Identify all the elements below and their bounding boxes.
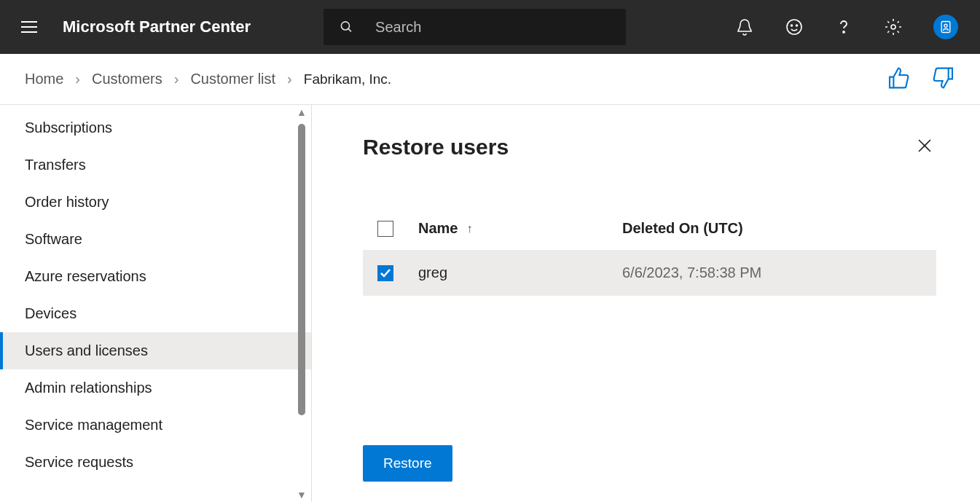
- header-icons: [735, 15, 965, 39]
- sidebar: Subscriptions Transfers Order history So…: [0, 105, 312, 502]
- svg-point-5: [787, 20, 801, 34]
- breadcrumb-bar: Home › Customers › Customer list › Fabri…: [0, 54, 980, 105]
- table-header: Name ↑ Deleted On (UTC): [363, 211, 936, 250]
- person-badge-icon: [938, 20, 953, 34]
- thumbs-up-button[interactable]: [887, 66, 910, 93]
- breadcrumb: Home › Customers › Customer list › Fabri…: [25, 71, 391, 87]
- select-all-checkbox[interactable]: [377, 221, 393, 237]
- chevron-right-icon: ›: [174, 71, 179, 87]
- feedback-button[interactable]: [785, 17, 804, 36]
- svg-line-4: [348, 28, 351, 31]
- checkmark-icon: [380, 267, 391, 279]
- column-name-label: Name: [418, 220, 458, 237]
- svg-point-7: [796, 25, 798, 26]
- gear-icon: [885, 18, 902, 36]
- search-input[interactable]: [375, 19, 610, 36]
- thumbs-down-icon: [932, 66, 955, 90]
- users-table: Name ↑ Deleted On (UTC) greg 6/6/2023, 7…: [363, 211, 936, 296]
- question-icon: [835, 18, 852, 36]
- page-title: Restore users: [363, 135, 509, 160]
- sidebar-item-admin-relationships[interactable]: Admin relationships: [0, 369, 311, 407]
- thumbs-down-button[interactable]: [932, 66, 955, 93]
- hamburger-menu-button[interactable]: [15, 12, 44, 42]
- scroll-down-arrow[interactable]: ▼: [297, 487, 307, 502]
- sidebar-item-devices[interactable]: Devices: [0, 295, 311, 332]
- hamburger-icon: [21, 20, 37, 34]
- header: Microsoft Partner Center: [0, 0, 980, 54]
- feedback-icons: [887, 66, 955, 93]
- sidebar-item-order-history[interactable]: Order history: [0, 184, 311, 221]
- scroll-up-arrow[interactable]: ▲: [297, 105, 307, 119]
- row-checkbox[interactable]: [377, 265, 393, 281]
- search-box[interactable]: [324, 9, 626, 45]
- app-title: Microsoft Partner Center: [63, 17, 251, 36]
- sidebar-item-users-licenses[interactable]: Users and licenses: [0, 332, 311, 369]
- breadcrumb-customer-list[interactable]: Customer list: [190, 71, 275, 87]
- restore-button[interactable]: Restore: [363, 445, 452, 482]
- svg-point-8: [843, 31, 844, 33]
- sidebar-item-transfers[interactable]: Transfers: [0, 146, 311, 184]
- smiley-icon: [785, 18, 803, 36]
- close-icon: [917, 138, 932, 153]
- chevron-right-icon: ›: [287, 71, 292, 87]
- row-checkbox-cell: [377, 265, 418, 281]
- svg-point-6: [791, 25, 793, 26]
- breadcrumb-home[interactable]: Home: [25, 71, 63, 87]
- row-name-cell: greg: [418, 264, 622, 281]
- sidebar-item-azure-reservations[interactable]: Azure reservations: [0, 258, 311, 295]
- content: Subscriptions Transfers Order history So…: [0, 105, 980, 502]
- chevron-right-icon: ›: [75, 71, 80, 87]
- table-row[interactable]: greg 6/6/2023, 7:58:38 PM: [363, 250, 936, 296]
- bell-icon: [736, 18, 753, 36]
- breadcrumb-current: Fabrikam, Inc.: [304, 71, 391, 87]
- select-all-cell: [377, 221, 418, 237]
- scroll-thumb[interactable]: [298, 124, 305, 415]
- main-header: Restore users: [363, 134, 936, 160]
- column-header-name[interactable]: Name ↑: [418, 220, 622, 237]
- column-header-deleted-on[interactable]: Deleted On (UTC): [622, 220, 936, 237]
- thumbs-up-icon: [887, 66, 910, 90]
- sidebar-items: Subscriptions Transfers Order history So…: [0, 109, 311, 481]
- scrollbar: ▲ ▼: [295, 105, 308, 502]
- sort-ascending-icon: ↑: [466, 222, 472, 235]
- breadcrumb-customers[interactable]: Customers: [92, 71, 162, 87]
- svg-point-3: [341, 22, 349, 30]
- search-icon: [340, 19, 353, 35]
- main-panel: Restore users Name ↑ Deleted On (UTC): [312, 105, 980, 502]
- close-button[interactable]: [913, 134, 936, 160]
- sidebar-item-subscriptions[interactable]: Subscriptions: [0, 109, 311, 146]
- sidebar-item-software[interactable]: Software: [0, 221, 311, 258]
- column-deleted-label: Deleted On (UTC): [622, 220, 743, 236]
- row-deleted-cell: 6/6/2023, 7:58:38 PM: [622, 264, 936, 281]
- help-button[interactable]: [834, 17, 853, 36]
- account-avatar[interactable]: [933, 15, 958, 39]
- settings-button[interactable]: [884, 17, 903, 36]
- svg-point-9: [891, 25, 895, 29]
- sidebar-item-service-management[interactable]: Service management: [0, 407, 311, 444]
- svg-point-11: [944, 24, 947, 27]
- sidebar-item-service-requests[interactable]: Service requests: [0, 444, 311, 481]
- footer: Restore: [363, 445, 936, 502]
- notifications-button[interactable]: [735, 17, 754, 36]
